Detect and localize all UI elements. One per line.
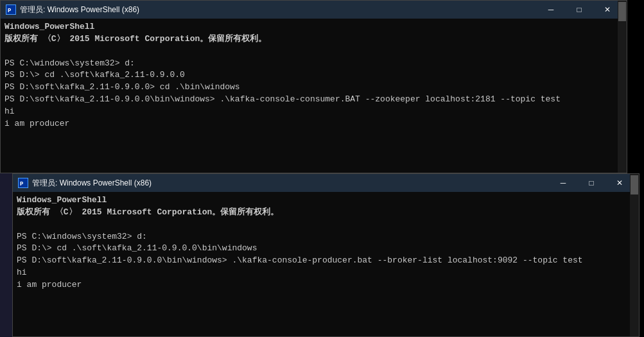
svg-text:P: P: [20, 181, 24, 187]
svg-text:P: P: [8, 8, 12, 14]
title-bar-bottom[interactable]: P 管理员: Windows PowerShell (x86) ─ □ ✕: [13, 174, 639, 192]
powershell-window-top: P 管理员: Windows PowerShell (x86) ─ □ ✕ Wi…: [0, 0, 627, 173]
console-line-2: 版权所有 〈C〉 2015 Microsoft Corporation。保留所有…: [4, 33, 623, 46]
console-line-7: PS D:\soft\kafka_2.11-0.9.0.0\bin\window…: [4, 94, 623, 106]
console-line-5: PS D:\> cd .\soft\kafka_2.11-0.9.0.0: [4, 69, 623, 82]
scrollbar-bottom[interactable]: [630, 192, 639, 336]
powershell-window-bottom: P 管理员: Windows PowerShell (x86) ─ □ ✕ Wi…: [12, 173, 640, 337]
title-text-bottom: 管理员: Windows PowerShell (x86): [32, 178, 549, 189]
console-bottom-line-3: [17, 219, 635, 231]
scrollbar-thumb-bottom[interactable]: [631, 192, 638, 194]
title-controls-bottom: ─ □ ✕: [549, 174, 634, 192]
maximize-button-bottom[interactable]: □: [577, 174, 605, 192]
console-bottom-line-5: PS D:\> cd .\soft\kafka_2.11-0.9.0.0\bin…: [17, 243, 635, 255]
maximize-button-top[interactable]: □: [565, 1, 593, 19]
ps-icon-top: P: [6, 4, 16, 15]
console-line-3: [4, 46, 623, 58]
console-output-top: Windows_PowerShell 版权所有 〈C〉 2015 Microso…: [1, 19, 627, 173]
console-line-4: PS C:\windows\system32> d:: [4, 58, 623, 70]
minimize-button-bottom[interactable]: ─: [549, 174, 577, 192]
ps-icon-bottom: P: [18, 178, 28, 188]
console-line-9: i am producer: [4, 118, 623, 130]
console-line-6: PS D:\soft\kafka_2.11-0.9.0.0> cd .\bin\…: [4, 82, 623, 94]
console-bottom-line-1: Windows_PowerShell: [17, 194, 635, 207]
console-bottom-line-7: hi: [17, 267, 635, 279]
console-output-bottom: Windows_PowerShell 版权所有 〈C〉 2015 Microso…: [13, 192, 639, 336]
title-text-top: 管理员: Windows PowerShell (x86): [20, 4, 537, 15]
title-controls-top: ─ □ ✕: [537, 1, 622, 19]
minimize-button-top[interactable]: ─: [537, 1, 565, 19]
console-bottom-line-4: PS C:\windows\system32> d:: [17, 231, 635, 243]
console-line-1: Windows_PowerShell: [4, 21, 623, 33]
scrollbar-thumb-top[interactable]: [618, 19, 626, 21]
scrollbar-top[interactable]: [618, 19, 627, 173]
console-line-8: hi: [4, 106, 623, 118]
title-bar-top[interactable]: P 管理员: Windows PowerShell (x86) ─ □ ✕: [1, 1, 627, 19]
console-bottom-line-2: 版权所有 〈C〉 2015 Microsoft Corporation。保留所有…: [17, 207, 635, 219]
console-bottom-line-6: PS D:\soft\kafka_2.11-0.9.0.0\bin\window…: [17, 255, 635, 267]
console-bottom-line-8: i am producer: [17, 279, 635, 291]
